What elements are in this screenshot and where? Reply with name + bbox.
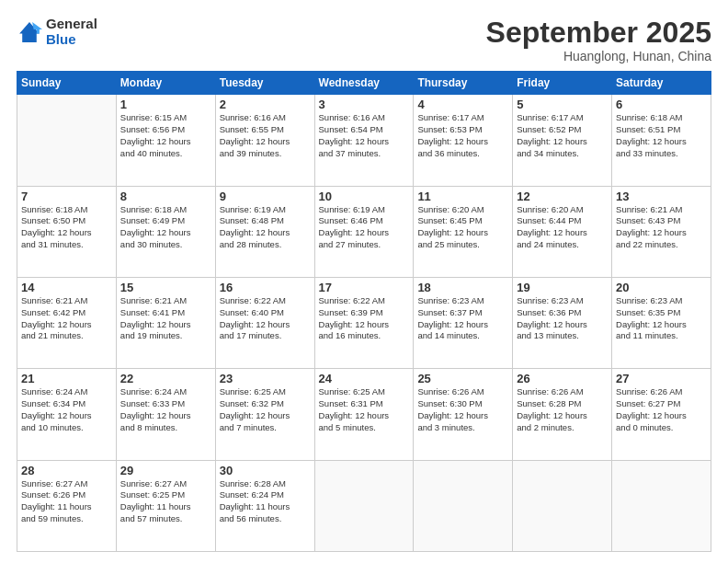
day-cell	[414, 460, 513, 551]
days-header-row: Sunday Monday Tuesday Wednesday Thursday…	[17, 72, 711, 95]
day-cell: 19Sunrise: 6:23 AM Sunset: 6:36 PM Dayli…	[513, 277, 612, 368]
day-cell: 11Sunrise: 6:20 AM Sunset: 6:45 PM Dayli…	[414, 186, 513, 277]
day-cell: 30Sunrise: 6:28 AM Sunset: 6:24 PM Dayli…	[215, 460, 314, 551]
day-info: Sunrise: 6:19 AM Sunset: 6:46 PM Dayligh…	[319, 204, 410, 251]
day-number: 13	[616, 190, 707, 203]
day-info: Sunrise: 6:26 AM Sunset: 6:30 PM Dayligh…	[417, 386, 508, 433]
day-number: 26	[517, 372, 608, 385]
day-cell: 15Sunrise: 6:21 AM Sunset: 6:41 PM Dayli…	[116, 277, 215, 368]
day-info: Sunrise: 6:23 AM Sunset: 6:37 PM Dayligh…	[417, 295, 508, 342]
day-cell: 5Sunrise: 6:17 AM Sunset: 6:52 PM Daylig…	[513, 95, 612, 186]
col-saturday: Saturday	[612, 72, 711, 95]
day-cell: 24Sunrise: 6:25 AM Sunset: 6:31 PM Dayli…	[314, 369, 414, 460]
day-number: 4	[417, 98, 508, 111]
day-info: Sunrise: 6:25 AM Sunset: 6:31 PM Dayligh…	[319, 386, 410, 433]
day-number: 15	[120, 281, 211, 294]
day-number: 20	[616, 281, 707, 294]
day-info: Sunrise: 6:21 AM Sunset: 6:42 PM Dayligh…	[21, 295, 112, 342]
day-cell: 23Sunrise: 6:25 AM Sunset: 6:32 PM Dayli…	[215, 369, 314, 460]
day-cell	[314, 460, 414, 551]
day-cell: 16Sunrise: 6:22 AM Sunset: 6:40 PM Dayli…	[215, 277, 314, 368]
day-cell: 27Sunrise: 6:26 AM Sunset: 6:27 PM Dayli…	[612, 369, 711, 460]
day-info: Sunrise: 6:27 AM Sunset: 6:25 PM Dayligh…	[120, 478, 211, 525]
day-info: Sunrise: 6:21 AM Sunset: 6:41 PM Dayligh…	[120, 295, 211, 342]
day-cell: 21Sunrise: 6:24 AM Sunset: 6:34 PM Dayli…	[17, 369, 117, 460]
day-number: 22	[120, 372, 211, 385]
day-cell: 17Sunrise: 6:22 AM Sunset: 6:39 PM Dayli…	[314, 277, 414, 368]
day-info: Sunrise: 6:19 AM Sunset: 6:48 PM Dayligh…	[220, 204, 311, 251]
logo-blue: Blue	[46, 32, 97, 48]
logo-icon	[17, 19, 42, 45]
day-number: 29	[120, 464, 211, 477]
header: General Blue September 2025 Huanglong, H…	[17, 17, 711, 63]
page: General Blue September 2025 Huanglong, H…	[0, 0, 728, 563]
day-number: 2	[220, 98, 311, 111]
day-info: Sunrise: 6:18 AM Sunset: 6:49 PM Dayligh…	[120, 204, 211, 251]
day-info: Sunrise: 6:26 AM Sunset: 6:27 PM Dayligh…	[616, 386, 707, 433]
col-monday: Monday	[116, 72, 215, 95]
day-cell: 7Sunrise: 6:18 AM Sunset: 6:50 PM Daylig…	[17, 186, 117, 277]
day-cell: 13Sunrise: 6:21 AM Sunset: 6:43 PM Dayli…	[612, 186, 711, 277]
day-info: Sunrise: 6:25 AM Sunset: 6:32 PM Dayligh…	[220, 386, 311, 433]
day-number: 6	[616, 98, 707, 111]
day-number: 14	[21, 281, 112, 294]
day-number: 30	[220, 464, 311, 477]
day-info: Sunrise: 6:18 AM Sunset: 6:50 PM Dayligh…	[21, 204, 112, 251]
day-number: 10	[319, 190, 410, 203]
day-cell: 1Sunrise: 6:15 AM Sunset: 6:56 PM Daylig…	[116, 95, 215, 186]
day-info: Sunrise: 6:15 AM Sunset: 6:56 PM Dayligh…	[120, 112, 211, 159]
day-info: Sunrise: 6:28 AM Sunset: 6:24 PM Dayligh…	[220, 478, 311, 525]
day-number: 11	[417, 190, 508, 203]
day-number: 16	[220, 281, 311, 294]
day-info: Sunrise: 6:21 AM Sunset: 6:43 PM Dayligh…	[616, 204, 707, 251]
day-info: Sunrise: 6:18 AM Sunset: 6:51 PM Dayligh…	[616, 112, 707, 159]
day-info: Sunrise: 6:17 AM Sunset: 6:52 PM Dayligh…	[517, 112, 608, 159]
day-number: 1	[120, 98, 211, 111]
day-number: 12	[517, 190, 608, 203]
day-cell	[612, 460, 711, 551]
logo-general: General	[46, 17, 97, 32]
day-number: 28	[21, 464, 112, 477]
day-info: Sunrise: 6:22 AM Sunset: 6:40 PM Dayligh…	[220, 295, 311, 342]
day-cell: 22Sunrise: 6:24 AM Sunset: 6:33 PM Dayli…	[116, 369, 215, 460]
day-cell: 2Sunrise: 6:16 AM Sunset: 6:55 PM Daylig…	[215, 95, 314, 186]
day-info: Sunrise: 6:27 AM Sunset: 6:26 PM Dayligh…	[21, 478, 112, 525]
week-row-2: 14Sunrise: 6:21 AM Sunset: 6:42 PM Dayli…	[17, 277, 711, 368]
day-number: 8	[120, 190, 211, 203]
day-cell: 25Sunrise: 6:26 AM Sunset: 6:30 PM Dayli…	[414, 369, 513, 460]
day-cell	[17, 95, 117, 186]
day-info: Sunrise: 6:23 AM Sunset: 6:35 PM Dayligh…	[616, 295, 707, 342]
day-cell: 28Sunrise: 6:27 AM Sunset: 6:26 PM Dayli…	[17, 460, 117, 551]
day-number: 7	[21, 190, 112, 203]
title-block: September 2025 Huanglong, Hunan, China	[486, 17, 711, 63]
day-number: 19	[517, 281, 608, 294]
location: Huanglong, Hunan, China	[486, 49, 711, 63]
day-info: Sunrise: 6:24 AM Sunset: 6:33 PM Dayligh…	[120, 386, 211, 433]
day-number: 9	[220, 190, 311, 203]
day-cell	[513, 460, 612, 551]
day-number: 24	[319, 372, 410, 385]
day-cell: 8Sunrise: 6:18 AM Sunset: 6:49 PM Daylig…	[116, 186, 215, 277]
logo: General Blue	[17, 17, 97, 47]
day-cell: 3Sunrise: 6:16 AM Sunset: 6:54 PM Daylig…	[314, 95, 414, 186]
calendar: Sunday Monday Tuesday Wednesday Thursday…	[17, 71, 711, 552]
day-cell: 12Sunrise: 6:20 AM Sunset: 6:44 PM Dayli…	[513, 186, 612, 277]
day-info: Sunrise: 6:17 AM Sunset: 6:53 PM Dayligh…	[417, 112, 508, 159]
day-number: 27	[616, 372, 707, 385]
col-thursday: Thursday	[414, 72, 513, 95]
col-sunday: Sunday	[17, 72, 117, 95]
day-number: 21	[21, 372, 112, 385]
day-number: 17	[319, 281, 410, 294]
day-cell: 10Sunrise: 6:19 AM Sunset: 6:46 PM Dayli…	[314, 186, 414, 277]
week-row-3: 21Sunrise: 6:24 AM Sunset: 6:34 PM Dayli…	[17, 369, 711, 460]
day-cell: 18Sunrise: 6:23 AM Sunset: 6:37 PM Dayli…	[414, 277, 513, 368]
day-info: Sunrise: 6:20 AM Sunset: 6:45 PM Dayligh…	[417, 204, 508, 251]
col-friday: Friday	[513, 72, 612, 95]
col-wednesday: Wednesday	[314, 72, 414, 95]
day-info: Sunrise: 6:22 AM Sunset: 6:39 PM Dayligh…	[319, 295, 410, 342]
logo-text: General Blue	[46, 17, 97, 47]
day-number: 18	[417, 281, 508, 294]
day-number: 25	[417, 372, 508, 385]
day-info: Sunrise: 6:23 AM Sunset: 6:36 PM Dayligh…	[517, 295, 608, 342]
day-cell: 6Sunrise: 6:18 AM Sunset: 6:51 PM Daylig…	[612, 95, 711, 186]
